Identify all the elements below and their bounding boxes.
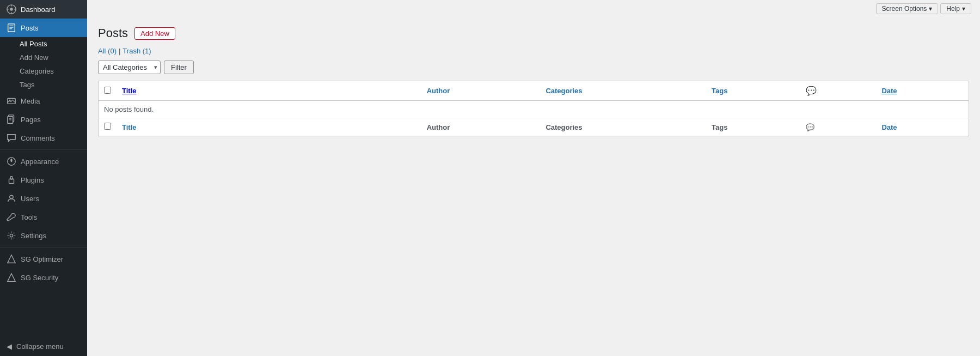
trash-link[interactable]: Trash (1) (122, 47, 151, 55)
posts-icon (7, 23, 16, 33)
sidebar-item-appearance[interactable]: Appearance (0, 152, 87, 171)
sidebar: Dashboard Posts All Posts Add New Catego… (0, 0, 87, 356)
sidebar-item-label-media: Media (21, 97, 40, 105)
sidebar-separator-1 (0, 149, 87, 150)
sidebar-item-label-settings: Settings (21, 232, 46, 240)
th-date: Date (876, 81, 969, 101)
filter-button[interactable]: Filter (164, 61, 194, 74)
footer-categories-cell: Categories (540, 118, 706, 136)
content-area: Posts Add New All (0) | Trash (1) All Ca… (87, 17, 980, 356)
sidebar-item-label-users: Users (21, 195, 39, 203)
filter-bar: All Categories Filter (98, 61, 969, 74)
svg-marker-21 (8, 255, 15, 263)
footer-checkbox-cell (99, 118, 117, 136)
sidebar-item-settings[interactable]: Settings (0, 226, 87, 245)
sidebar-sub-posts: All Posts Add New Categories Tags (0, 37, 87, 92)
footer-title-cell: Title (117, 118, 421, 136)
main-area: Screen Options ▾ Help ▾ Posts Add New Al… (87, 0, 980, 356)
sidebar-item-label-tools: Tools (21, 213, 37, 221)
sidebar-item-label-sg-optimizer: SG Optimizer (21, 255, 63, 263)
collapse-label: Collapse menu (16, 342, 64, 351)
pages-icon (7, 114, 16, 124)
sidebar-sub-all-posts[interactable]: All Posts (0, 37, 87, 51)
all-posts-link[interactable]: All (0) (98, 47, 117, 55)
collapse-icon: ◀ (7, 342, 12, 351)
select-all-checkbox[interactable] (104, 87, 111, 94)
th-author: Author (421, 81, 541, 101)
screen-options-label: Screen Options (882, 5, 927, 13)
th-checkbox (99, 81, 117, 101)
footer-tags-cell: Tags (706, 118, 800, 136)
date-sort-link[interactable]: Date (881, 87, 897, 95)
dashboard-icon (7, 4, 16, 14)
footer-author-cell: Author (421, 118, 541, 136)
comments-icon (7, 133, 16, 143)
tools-icon (7, 212, 16, 222)
svg-point-19 (10, 195, 13, 198)
sidebar-item-label-dashboard: Dashboard (21, 5, 56, 14)
nav-separator: | (119, 47, 120, 55)
footer-comments-icon: 💬 (806, 123, 814, 131)
category-select-wrap: All Categories (98, 61, 161, 74)
page-title: Posts (98, 26, 128, 40)
help-chevron-icon: ▾ (962, 5, 965, 13)
sidebar-item-pages[interactable]: Pages (0, 110, 87, 129)
footer-title-sort-link[interactable]: Title (122, 123, 137, 131)
page-header: Posts Add New (98, 26, 969, 40)
sidebar-item-comments[interactable]: Comments (0, 129, 87, 147)
sidebar-item-sg-security[interactable]: SG Security (0, 268, 87, 287)
sidebar-item-label-posts: Posts (21, 24, 39, 32)
footer-date-sort-link[interactable]: Date (881, 123, 897, 131)
sidebar-item-dashboard[interactable]: Dashboard (0, 0, 87, 19)
svg-marker-22 (8, 274, 15, 281)
posts-table: Title Author Categories Tags 💬 Date No (98, 81, 969, 136)
svg-point-20 (10, 234, 13, 237)
plugins-icon (7, 175, 16, 185)
category-select[interactable]: All Categories (98, 61, 161, 74)
posts-table-body: No posts found. Title Author Categories … (99, 101, 969, 136)
sidebar-item-tools[interactable]: Tools (0, 208, 87, 226)
svg-point-1 (10, 8, 13, 10)
no-posts-row: No posts found. (99, 101, 969, 118)
footer-date-cell: Date (876, 118, 969, 136)
title-sort-link[interactable]: Title (122, 87, 137, 95)
sidebar-item-plugins[interactable]: Plugins (0, 171, 87, 189)
sidebar-separator-2 (0, 247, 87, 248)
topbar: Screen Options ▾ Help ▾ (87, 0, 980, 17)
help-label: Help (946, 5, 960, 13)
add-new-button[interactable]: Add New (134, 27, 175, 40)
table-header-row: Title Author Categories Tags 💬 Date (99, 81, 969, 101)
sidebar-item-users[interactable]: Users (0, 189, 87, 208)
sidebar-item-label-sg-security: SG Security (21, 274, 58, 282)
th-title: Title (117, 81, 421, 101)
sidebar-sub-tags[interactable]: Tags (0, 78, 87, 92)
footer-comments-cell: 💬 (800, 118, 877, 136)
appearance-icon (7, 156, 16, 166)
th-comments: 💬 (800, 81, 877, 101)
sidebar-item-media[interactable]: Media (0, 92, 87, 110)
select-all-footer-checkbox[interactable] (104, 123, 111, 130)
comments-header-icon: 💬 (806, 86, 817, 95)
sidebar-item-label-plugins: Plugins (21, 176, 44, 184)
no-posts-message: No posts found. (99, 101, 969, 118)
th-tags: Tags (706, 81, 800, 101)
users-icon (7, 194, 16, 203)
table-footer-row: Title Author Categories Tags 💬 Date (99, 118, 969, 136)
sidebar-sub-categories[interactable]: Categories (0, 64, 87, 78)
sidebar-item-label-pages: Pages (21, 116, 41, 124)
sg-security-icon (7, 273, 16, 282)
sidebar-collapse-btn[interactable]: ◀ Collapse menu (0, 337, 87, 356)
screen-options-chevron-icon: ▾ (929, 5, 932, 13)
sidebar-item-label-appearance: Appearance (21, 158, 59, 166)
media-icon (7, 96, 16, 106)
help-button[interactable]: Help ▾ (940, 3, 971, 14)
sidebar-item-label-comments: Comments (21, 134, 55, 142)
sg-optimizer-icon (7, 254, 16, 264)
sidebar-sub-add-new[interactable]: Add New (0, 51, 87, 64)
th-categories: Categories (540, 81, 706, 101)
sidebar-item-posts[interactable]: Posts (0, 19, 87, 37)
sidebar-item-sg-optimizer[interactable]: SG Optimizer (0, 250, 87, 268)
settings-icon (7, 231, 16, 240)
screen-options-button[interactable]: Screen Options ▾ (876, 3, 939, 14)
subheader-nav: All (0) | Trash (1) (98, 47, 969, 55)
